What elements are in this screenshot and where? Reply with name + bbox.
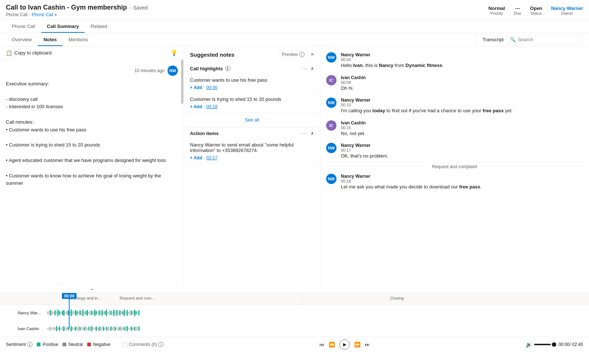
svg-rect-37 [102, 310, 103, 316]
action-items-actions: ··· ∧ [301, 130, 314, 136]
timeline-area: 00:00 Greetings and in... Request and co… [0, 293, 589, 337]
transcript-search-box[interactable]: 🔍 [507, 35, 583, 44]
transcript-search-area: Transcript 🔍 [476, 35, 589, 44]
highlight-add-btn-1[interactable]: + Add [190, 85, 202, 90]
svg-rect-70 [57, 327, 59, 330]
fast-forward-button[interactable]: ⏩ [354, 342, 360, 347]
waveform-name-nw: Nancy War... [18, 311, 43, 315]
transcript-text-3: I'm calling you today to find out if you… [341, 107, 583, 114]
tab-related[interactable]: Related [85, 20, 113, 33]
svg-rect-42 [109, 310, 110, 315]
notes-timestamp-row: 10 minutes ago NW [6, 66, 178, 76]
action-items-more-icon[interactable]: ··· [301, 130, 308, 136]
owner-value[interactable]: Nancy Warner [551, 6, 583, 11]
svg-rect-122 [134, 327, 135, 331]
svg-rect-106 [110, 326, 112, 331]
svg-rect-50 [121, 311, 122, 315]
svg-rect-103 [106, 327, 107, 331]
page-header: Call to Ivan Cashin - Gym membership - S… [0, 0, 589, 20]
waveform-name-ic: Ivan Cashin [18, 326, 43, 331]
svg-rect-89 [85, 326, 87, 331]
svg-rect-34 [97, 312, 98, 314]
collapse-icon[interactable]: ⌄ [90, 285, 94, 291]
action-items-collapse-icon[interactable]: ∧ [311, 131, 314, 136]
svg-rect-2 [50, 310, 51, 316]
volume-slider[interactable] [534, 344, 556, 345]
cursor-line [69, 299, 70, 328]
sentiment-label: Sentiment i [6, 342, 32, 347]
lightbulb-icon[interactable]: 💡 [170, 49, 178, 56]
svg-rect-60 [135, 311, 137, 315]
sub-tab-mentions[interactable]: Mentions [63, 33, 94, 46]
action-item-add-btn-1[interactable]: + Add [190, 155, 202, 160]
volume-thumb[interactable] [552, 342, 556, 347]
svg-rect-1 [49, 311, 50, 315]
time-cursor[interactable]: 00:00 [62, 293, 77, 328]
sub-tab-overview[interactable]: Overview [6, 33, 38, 46]
skip-to-start-button[interactable]: ⏮ [319, 342, 324, 347]
speaker-time-4: 00:15 [341, 126, 583, 130]
svg-rect-97 [97, 328, 98, 330]
action-item-time-1[interactable]: 02:17 [207, 155, 218, 160]
transcript-panel: NW Nancy Warner 00:04 Hello Ivan, this i… [320, 46, 589, 293]
avatar-ic-1: IC [326, 75, 336, 85]
volume-icon[interactable]: 🔊 [526, 342, 532, 347]
speaker-name-5: Nancy Warner [341, 143, 583, 148]
rewind-button[interactable]: ⏪ [329, 342, 335, 347]
sub-tab-notes[interactable]: Notes [38, 33, 63, 46]
sentiment-negative: Negative [87, 342, 110, 347]
svg-rect-40 [106, 310, 107, 316]
preview-badge[interactable]: Preview i [279, 51, 308, 58]
svg-rect-58 [133, 311, 134, 314]
svg-rect-20 [77, 311, 78, 315]
svg-rect-65 [50, 326, 51, 331]
transcript-label: Transcript [483, 37, 504, 42]
waveform-track-ic[interactable] [46, 324, 583, 334]
highlights-info-icon: i [225, 66, 230, 71]
highlight-text-2: Customer is trying to shed 15 to 20 poun… [190, 96, 314, 102]
scrollbar[interactable] [181, 60, 184, 283]
skip-to-end-button[interactable]: ⏭ [365, 342, 370, 347]
notes-content[interactable]: Executive summary: - discovery call - In… [6, 80, 178, 187]
info-icon: i [299, 52, 304, 57]
segment-divider-1 [120, 293, 120, 305]
breadcrumb-dropdown-icon[interactable]: ▾ [55, 13, 57, 17]
svg-rect-104 [107, 326, 109, 331]
transcript-body-3: Nancy Warner 00:10 I'm calling you today… [341, 98, 583, 114]
time-display: 00:00/ 02:40 [558, 342, 583, 347]
waveform-track-nw[interactable]: // Generate waveform bars [46, 308, 583, 318]
neutral-dot [63, 343, 66, 346]
tab-call-summary[interactable]: Call Summary [41, 20, 85, 33]
call-highlights-collapse-icon[interactable]: ∧ [311, 66, 314, 71]
transcript-text-6: Let me ask you what made you decide to d… [341, 183, 583, 191]
svg-rect-69 [56, 326, 57, 331]
breadcrumb-1: Phone Call [6, 12, 28, 17]
copy-to-clipboard-button[interactable]: 📋 Copy to clipboard [6, 50, 52, 56]
speaker-time-3: 00:10 [341, 103, 583, 107]
notes-body: 10 minutes ago NW Executive summary: - d… [0, 60, 184, 283]
close-icon[interactable]: × [311, 51, 314, 58]
highlight-time-1[interactable]: 00:00 [207, 85, 218, 90]
see-all-button[interactable]: See all [184, 113, 320, 127]
svg-rect-71 [59, 326, 60, 331]
call-highlights-section: Call highlights i ··· ∧ Customer wants t… [184, 63, 320, 127]
play-button[interactable]: ▶ [339, 339, 350, 350]
breadcrumb-2[interactable]: Phone Call [32, 12, 53, 17]
svg-rect-116 [125, 326, 126, 331]
svg-rect-115 [124, 327, 125, 331]
comments-checkbox[interactable] [123, 342, 127, 347]
due-value: --- [515, 6, 520, 11]
action-items-section: Action items ··· ∧ Nancy Warner to send … [184, 127, 320, 164]
svg-rect-67 [53, 327, 54, 331]
svg-rect-111 [118, 326, 119, 331]
call-highlights-more-icon[interactable]: ··· [301, 66, 308, 71]
highlight-add-btn-2[interactable]: + Add [190, 104, 202, 109]
highlight-actions-1: + Add · 00:00 [190, 85, 314, 90]
svg-rect-107 [112, 327, 113, 330]
action-item-text-1: Nancy Warner to send email about "some h… [190, 142, 314, 153]
tab-phone-call[interactable]: Phone Call [6, 20, 41, 33]
sentiment-row: Sentiment i Positive Neutral Negative Co… [6, 342, 163, 347]
highlight-time-2[interactable]: 00:18 [207, 104, 218, 109]
comments-button[interactable]: Comments (0) i [123, 342, 163, 347]
search-input[interactable] [518, 37, 580, 42]
